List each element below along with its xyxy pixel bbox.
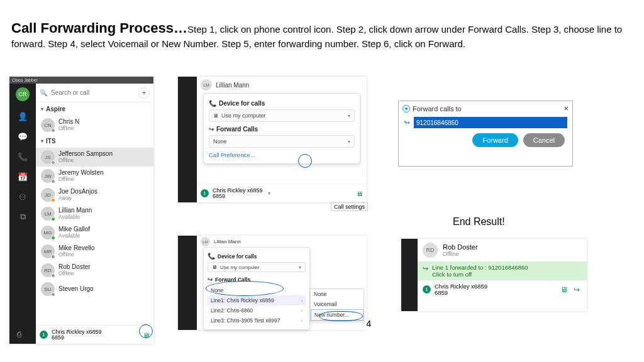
banner-line2: Click to turn off bbox=[432, 271, 528, 278]
meetings-icon[interactable]: ⧉ bbox=[18, 212, 28, 222]
call-preference-link[interactable]: Call Preference... bbox=[209, 151, 355, 158]
line-row-2[interactable]: Line2: Chris-6860› bbox=[208, 305, 306, 315]
app-icon bbox=[402, 105, 410, 112]
handset-icon: 📞 bbox=[208, 253, 215, 260]
device-section-title: 📞Device for calls bbox=[209, 100, 355, 107]
forward-select[interactable]: None▾ bbox=[209, 135, 355, 148]
contact-status: Available bbox=[58, 233, 90, 239]
contact-row[interactable]: MGMike GallofAvailable bbox=[36, 223, 153, 242]
phone-control-bar[interactable]: 1 Chris Rickley x6859 6859 🖥 bbox=[36, 325, 153, 344]
group-aspire[interactable]: ▾Aspire bbox=[36, 102, 153, 116]
chevron-down-icon: ▾ bbox=[348, 139, 350, 145]
avatar: MR bbox=[41, 244, 55, 258]
phone-control-bar[interactable]: 1 Chris Rickley x68596859 🖥 ↪ bbox=[418, 280, 587, 298]
chevron-down-icon: ▾ bbox=[41, 138, 43, 144]
line-label: Chris Rickley x6859 6859 bbox=[52, 329, 102, 341]
forward-icon: ↪ bbox=[208, 276, 213, 283]
submenu-voicemail[interactable]: Voicemail bbox=[311, 299, 364, 309]
popover-header: LM Lillian Mann bbox=[197, 77, 367, 93]
contact-status: Available bbox=[58, 214, 92, 220]
line-row-3[interactable]: Line3: Chris-3905 Test x6997› bbox=[208, 315, 306, 326]
avatar: CN bbox=[41, 118, 55, 132]
cast-icon[interactable]: ⎙ bbox=[17, 330, 21, 339]
contact-row[interactable]: RDRob DosterOffline bbox=[36, 261, 153, 280]
avatar: SU bbox=[41, 282, 55, 296]
chevron-right-icon: › bbox=[301, 299, 303, 303]
device-select[interactable]: 🖥Use my computer▾ bbox=[208, 262, 306, 272]
search-input[interactable] bbox=[50, 89, 138, 97]
avatar: LM bbox=[201, 79, 212, 90]
contact-row[interactable]: SUSteven Urgo bbox=[36, 280, 153, 299]
calendar-icon[interactable]: 📅 bbox=[18, 172, 28, 182]
handset-icon: 📞 bbox=[209, 100, 216, 107]
forward-dialog: Forward calls to × ↬ Forward Cancel bbox=[398, 101, 573, 167]
search-bar: 🔍 + bbox=[36, 84, 153, 102]
self-avatar[interactable]: CR bbox=[16, 87, 30, 101]
call-settings-tooltip: Call settings bbox=[331, 202, 368, 211]
forward-number-input[interactable] bbox=[414, 117, 567, 128]
dark-sidebar bbox=[178, 77, 197, 202]
group-its[interactable]: ▾ITS bbox=[36, 134, 153, 148]
avatar: LM bbox=[41, 207, 55, 221]
avatar: JS bbox=[41, 150, 55, 164]
chevron-down-icon: ▾ bbox=[268, 190, 270, 196]
end-result-label: End Result! bbox=[453, 216, 505, 228]
chevron-down-icon: ▾ bbox=[348, 113, 350, 119]
phone-icon[interactable]: 📞 bbox=[18, 151, 28, 162]
presence-dot bbox=[51, 128, 55, 133]
close-icon[interactable]: × bbox=[564, 104, 569, 113]
presence-dot bbox=[51, 179, 55, 184]
end-result-panel: RD Rob Doster Offline ↪ Line 1 forwarded… bbox=[401, 239, 587, 311]
contacts-icon[interactable]: 👤 bbox=[18, 111, 28, 121]
contact-row[interactable]: JSJefferson SampsonOffline bbox=[36, 148, 153, 167]
contact-row[interactable]: JWJeremy WolstenOffline bbox=[36, 167, 153, 185]
submenu-none[interactable]: None bbox=[311, 289, 364, 299]
header-name: Lillian Mann bbox=[214, 239, 241, 244]
contact-row[interactable]: RD Rob Doster Offline bbox=[418, 239, 587, 261]
dark-sidebar bbox=[401, 239, 418, 311]
phone-control-bar[interactable]: 1 Chris Rickley x68596859 ▾ 🖥 bbox=[197, 184, 367, 202]
forward-button[interactable]: Forward bbox=[472, 133, 518, 147]
avatar: RD bbox=[41, 263, 55, 277]
avatar: MG bbox=[41, 226, 55, 239]
cancel-button[interactable]: Cancel bbox=[523, 133, 565, 147]
contact-status: Away bbox=[58, 195, 97, 201]
contact-row[interactable]: LMLillian MannAvailable bbox=[36, 204, 153, 223]
presence-dot bbox=[51, 255, 55, 259]
dialog-title-row: Forward calls to × bbox=[399, 101, 572, 116]
presence-dot bbox=[51, 236, 55, 240]
device-select[interactable]: 🖥Use my computer▾ bbox=[209, 109, 355, 122]
forward-lines-panel: LM Lillian Mann 📞Device for calls 🖥Use m… bbox=[178, 236, 367, 330]
dialog-title: Forward calls to bbox=[413, 105, 462, 112]
chat-icon[interactable]: 💬 bbox=[18, 131, 28, 141]
search-icon: 🔍 bbox=[40, 89, 47, 96]
line-row-1[interactable]: Line1: Chris Rickley x6859› bbox=[208, 295, 306, 305]
avatar: RD bbox=[423, 243, 438, 258]
contact-row[interactable]: JDJoe DosAnjosAway bbox=[36, 185, 153, 204]
forward-section-title: ↪Forward Calls bbox=[209, 126, 355, 133]
jabber-sidebar: CR 👤 💬 📞 📅 ⚇ ⧉ ⎙ bbox=[9, 84, 36, 344]
chevron-down-icon: ▾ bbox=[41, 106, 43, 112]
computer-icon[interactable]: 🖥 bbox=[356, 190, 363, 197]
contact-row[interactable]: CNChris NOffline bbox=[36, 116, 153, 134]
contact-row[interactable]: MRMike RevelloOffline bbox=[36, 242, 153, 261]
computer-icon[interactable]: 🖥 ↪ bbox=[560, 285, 582, 294]
jabber-window: Cisco Jabber CR 👤 💬 📞 📅 ⚇ ⧉ ⎙ 🔍 + ▾Aspir… bbox=[9, 77, 153, 344]
contact-status: Offline bbox=[58, 126, 79, 131]
line-badge: 1 bbox=[423, 285, 431, 293]
contact-name: Steven Urgo bbox=[58, 286, 94, 293]
presence-dot bbox=[51, 198, 55, 202]
page-heading: Call Forwarding Process…Step 1, click on… bbox=[11, 19, 631, 50]
avatar: JW bbox=[41, 169, 55, 183]
contact-status: Offline bbox=[58, 177, 104, 182]
line-label: Chris Rickley x68596859 bbox=[435, 283, 487, 295]
presence-dot bbox=[51, 217, 55, 221]
forward-icon: ↬ bbox=[404, 118, 410, 127]
computer-icon: 🖥 bbox=[212, 264, 218, 270]
settings-card: 📞Device for calls 🖥Use my computer▾ ↪For… bbox=[203, 93, 360, 164]
avatar: LM bbox=[201, 237, 210, 246]
step3-highlight-oval bbox=[206, 281, 284, 296]
add-contact-button[interactable]: + bbox=[138, 87, 150, 99]
voicemail-icon[interactable]: ⚇ bbox=[18, 192, 28, 202]
forwarded-banner[interactable]: ↪ Line 1 forwarded to : 912016846860 Cli… bbox=[418, 261, 587, 280]
